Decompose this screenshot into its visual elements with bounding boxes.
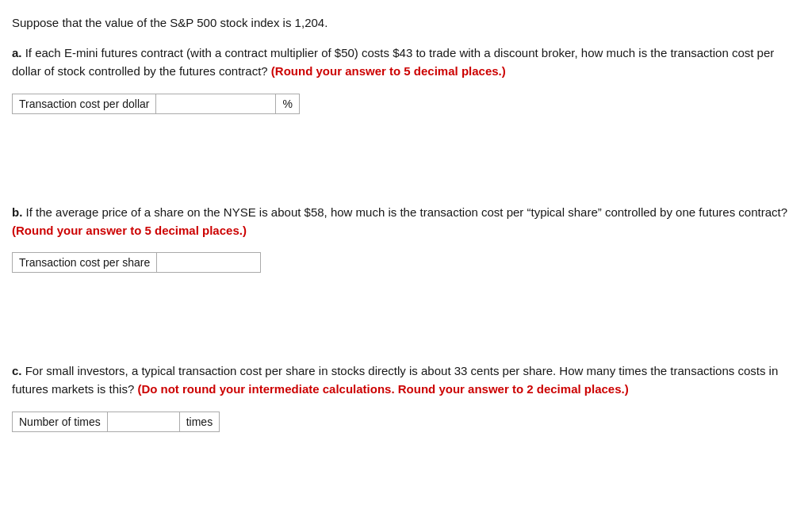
question-a-input-label: Transaction cost per dollar xyxy=(13,94,156,113)
question-c-label: c. xyxy=(12,364,22,377)
question-a-input-row: Transaction cost per dollar % xyxy=(12,94,300,114)
question-c-text: c. For small investors, a typical transa… xyxy=(12,362,800,399)
question-c-input[interactable] xyxy=(108,412,179,431)
question-b-body: If the average price of a share on the N… xyxy=(26,205,788,219)
question-b-block: b. If the average price of a share on th… xyxy=(12,203,800,274)
question-a-label: a. xyxy=(12,46,22,59)
question-a-block: a. If each E-mini futures contract (with… xyxy=(12,44,800,114)
question-b-input-row: Transaction cost per share xyxy=(12,252,261,273)
question-a-highlight: (Round your answer to 5 decimal places.) xyxy=(271,64,506,78)
question-c-input-row: Number of times times xyxy=(12,412,220,432)
spacer-ab xyxy=(12,140,800,203)
question-b-label: b. xyxy=(12,205,22,219)
question-c-highlight: (Do not round your intermediate calculat… xyxy=(137,382,628,396)
question-b-text: b. If the average price of a share on th… xyxy=(12,203,800,240)
intro-text: Suppose that the value of the S&P 500 st… xyxy=(12,16,800,29)
question-a-text: a. If each E-mini futures contract (with… xyxy=(12,44,800,81)
question-c-suffix: times xyxy=(179,412,219,431)
question-c-block: c. For small investors, a typical transa… xyxy=(12,362,800,432)
question-c-input-label: Number of times xyxy=(13,412,108,431)
question-b-highlight: (Round your answer to 5 decimal places.) xyxy=(12,224,247,237)
question-a-suffix: % xyxy=(275,94,298,113)
spacer-bc xyxy=(12,298,800,362)
question-a-input[interactable] xyxy=(156,94,275,113)
question-b-input-label: Transaction cost per share xyxy=(13,253,157,272)
question-b-input[interactable] xyxy=(157,253,260,272)
